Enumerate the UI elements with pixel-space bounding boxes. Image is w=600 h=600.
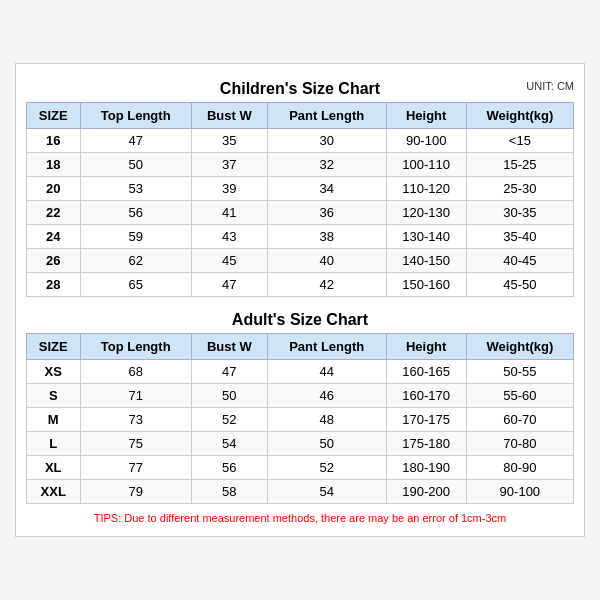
table-cell: 38 [267, 225, 386, 249]
header-bust-w: Bust W [191, 103, 267, 129]
adult-header-size: SIZE [27, 334, 81, 360]
table-cell: 37 [191, 153, 267, 177]
children-header-row: SIZE Top Length Bust W Pant Length Heigh… [27, 103, 574, 129]
table-cell: 45 [191, 249, 267, 273]
table-row: 26624540140-15040-45 [27, 249, 574, 273]
table-row: XS684744160-16550-55 [27, 360, 574, 384]
table-cell: XL [27, 456, 81, 480]
table-row: 1647353090-100<15 [27, 129, 574, 153]
table-cell: M [27, 408, 81, 432]
table-cell: 16 [27, 129, 81, 153]
table-cell: 110-120 [386, 177, 466, 201]
table-cell: 48 [267, 408, 386, 432]
table-cell: 77 [80, 456, 191, 480]
table-cell: 32 [267, 153, 386, 177]
table-cell: 47 [80, 129, 191, 153]
table-cell: 41 [191, 201, 267, 225]
table-cell: 120-130 [386, 201, 466, 225]
table-cell: 58 [191, 480, 267, 504]
table-cell: 20 [27, 177, 81, 201]
adult-title-text: Adult's Size Chart [232, 311, 368, 328]
table-cell: 190-200 [386, 480, 466, 504]
table-cell: 42 [267, 273, 386, 297]
table-cell: 26 [27, 249, 81, 273]
table-cell: 36 [267, 201, 386, 225]
table-cell: 175-180 [386, 432, 466, 456]
table-row: XL775652180-19080-90 [27, 456, 574, 480]
table-cell: 50 [191, 384, 267, 408]
table-cell: 56 [80, 201, 191, 225]
table-row: M735248170-17560-70 [27, 408, 574, 432]
table-cell: 70-80 [466, 432, 573, 456]
table-cell: XXL [27, 480, 81, 504]
table-cell: 90-100 [386, 129, 466, 153]
adult-header-row: SIZE Top Length Bust W Pant Length Heigh… [27, 334, 574, 360]
table-cell: 40 [267, 249, 386, 273]
table-cell: 47 [191, 273, 267, 297]
table-cell: 30 [267, 129, 386, 153]
table-cell: 140-150 [386, 249, 466, 273]
unit-label: UNIT: CM [526, 80, 574, 92]
table-cell: 24 [27, 225, 81, 249]
table-cell: 25-30 [466, 177, 573, 201]
table-cell: <15 [466, 129, 573, 153]
table-cell: 60-70 [466, 408, 573, 432]
children-table: SIZE Top Length Bust W Pant Length Heigh… [26, 102, 574, 297]
adult-header-weight: Weight(kg) [466, 334, 573, 360]
header-pant-length: Pant Length [267, 103, 386, 129]
table-cell: 50 [267, 432, 386, 456]
table-cell: L [27, 432, 81, 456]
table-row: 24594338130-14035-40 [27, 225, 574, 249]
children-title: Children's Size Chart UNIT: CM [26, 74, 574, 102]
table-cell: 75 [80, 432, 191, 456]
header-top-length: Top Length [80, 103, 191, 129]
header-weight: Weight(kg) [466, 103, 573, 129]
chart-container: Children's Size Chart UNIT: CM SIZE Top … [15, 63, 585, 537]
table-cell: 71 [80, 384, 191, 408]
table-row: XXL795854190-20090-100 [27, 480, 574, 504]
table-cell: 65 [80, 273, 191, 297]
table-cell: XS [27, 360, 81, 384]
table-cell: 54 [191, 432, 267, 456]
adult-section: Adult's Size Chart SIZE Top Length Bust … [26, 305, 574, 504]
table-cell: 180-190 [386, 456, 466, 480]
adult-table: SIZE Top Length Bust W Pant Length Heigh… [26, 333, 574, 504]
table-cell: 73 [80, 408, 191, 432]
tips-text: TIPS: Due to different measurement metho… [26, 510, 574, 526]
table-row: 22564136120-13030-35 [27, 201, 574, 225]
adult-header-pant-length: Pant Length [267, 334, 386, 360]
table-cell: 45-50 [466, 273, 573, 297]
table-cell: 53 [80, 177, 191, 201]
table-cell: 18 [27, 153, 81, 177]
table-cell: 39 [191, 177, 267, 201]
table-row: 20533934110-12025-30 [27, 177, 574, 201]
table-cell: 80-90 [466, 456, 573, 480]
table-cell: 50 [80, 153, 191, 177]
table-row: 28654742150-16045-50 [27, 273, 574, 297]
adult-tbody: XS684744160-16550-55S715046160-17055-60M… [27, 360, 574, 504]
table-cell: 55-60 [466, 384, 573, 408]
table-cell: 160-170 [386, 384, 466, 408]
adult-title: Adult's Size Chart [26, 305, 574, 333]
table-cell: 59 [80, 225, 191, 249]
table-row: L755450175-18070-80 [27, 432, 574, 456]
table-cell: 35 [191, 129, 267, 153]
table-cell: 62 [80, 249, 191, 273]
adult-header-top-length: Top Length [80, 334, 191, 360]
table-cell: 15-25 [466, 153, 573, 177]
table-cell: 56 [191, 456, 267, 480]
table-cell: 52 [191, 408, 267, 432]
table-cell: 34 [267, 177, 386, 201]
table-row: S715046160-17055-60 [27, 384, 574, 408]
children-tbody: 1647353090-100<1518503732100-11015-25205… [27, 129, 574, 297]
children-title-text: Children's Size Chart [220, 80, 380, 97]
table-cell: 30-35 [466, 201, 573, 225]
table-cell: 68 [80, 360, 191, 384]
table-cell: S [27, 384, 81, 408]
table-cell: 52 [267, 456, 386, 480]
header-height: Height [386, 103, 466, 129]
table-cell: 130-140 [386, 225, 466, 249]
table-cell: 28 [27, 273, 81, 297]
header-size: SIZE [27, 103, 81, 129]
table-cell: 90-100 [466, 480, 573, 504]
